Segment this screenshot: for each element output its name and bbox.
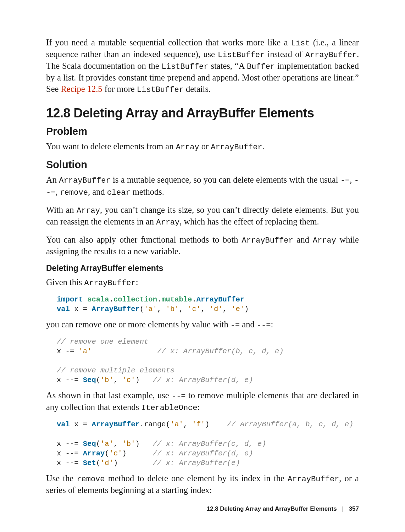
code-iterableonce: IterableOnce bbox=[141, 404, 197, 412]
text: : bbox=[136, 277, 138, 287]
code-arraybuffer: ArrayBuffer bbox=[288, 475, 339, 484]
footer-separator: | bbox=[338, 505, 347, 512]
code-array: Array bbox=[176, 143, 199, 152]
solution-paragraph-3: You can also apply other functional meth… bbox=[46, 234, 359, 257]
code-listbuffer-3: ListBuffer bbox=[137, 85, 184, 94]
code-minus-equal: -= bbox=[340, 176, 350, 185]
text: methods. bbox=[131, 187, 164, 196]
page-number: 357 bbox=[349, 505, 359, 512]
code-arraybuffer: ArrayBuffer bbox=[84, 279, 136, 288]
code-arraybuffer: ArrayBuffer bbox=[59, 176, 110, 185]
text: : bbox=[198, 402, 200, 412]
given-paragraph: Given this ArrayBuffer: bbox=[46, 277, 359, 288]
code-buffer: Buffer bbox=[247, 62, 275, 71]
intro-paragraph: If you need a mutable sequential collect… bbox=[46, 37, 359, 95]
text: Use the bbox=[46, 473, 77, 483]
code-block-3: val x = ArrayBuffer.range('a', 'f') // A… bbox=[57, 420, 359, 467]
code-block-2: // remove one element x -= 'a' // x: Arr… bbox=[57, 337, 359, 385]
remove-by-value-paragraph: you can remove one or more elements by v… bbox=[46, 319, 359, 331]
solution-paragraph-1: An ArrayBuffer is a mutable sequence, so… bbox=[46, 174, 359, 198]
text: With an bbox=[46, 205, 77, 215]
text: You can also apply other functional meth… bbox=[46, 235, 242, 244]
text: and bbox=[240, 320, 257, 329]
section-title: 12.8 Deleting Array and ArrayBuffer Elem… bbox=[46, 106, 359, 121]
page: If you need a mutable sequential collect… bbox=[0, 0, 405, 532]
text: states, “A bbox=[209, 61, 247, 71]
code-minusminus-equal: --= bbox=[257, 321, 271, 330]
footer-section-title: 12.8 Deleting Array and ArrayBuffer Elem… bbox=[207, 505, 337, 512]
code-clear: clear bbox=[107, 188, 131, 197]
text: , which has the effect of replacing them… bbox=[179, 217, 319, 226]
text: Given this bbox=[46, 277, 84, 287]
text: and bbox=[293, 235, 313, 244]
page-footer: 12.8 Deleting Array and ArrayBuffer Elem… bbox=[207, 505, 359, 512]
text: details. bbox=[184, 84, 211, 94]
remove-method-paragraph: Use the remove method to delete one elem… bbox=[46, 473, 359, 496]
text: , and bbox=[88, 187, 107, 196]
text: , bbox=[350, 175, 354, 184]
code-arraybuffer: ArrayBuffer bbox=[211, 143, 262, 152]
text: instead of bbox=[265, 49, 305, 59]
text: you can remove one or more elements by v… bbox=[46, 320, 231, 329]
code-array: Array bbox=[77, 206, 100, 215]
text: is a mutable sequence, so you can delete… bbox=[111, 175, 340, 184]
text: , bbox=[55, 187, 60, 196]
text: . bbox=[262, 142, 265, 151]
code-minus-equal: -= bbox=[231, 321, 240, 330]
iterableonce-paragraph: As shown in that last example, use --= t… bbox=[46, 390, 359, 413]
code-listbuffer-2: ListBuffer bbox=[162, 62, 209, 71]
code-block-1: import scala.collection.mutable.ArrayBuf… bbox=[57, 295, 359, 314]
text: for more bbox=[102, 84, 137, 94]
text: If you need a mutable sequential collect… bbox=[46, 38, 291, 47]
solution-paragraph-2: With an Array, you can’t change its size… bbox=[46, 204, 359, 228]
deleting-arraybuffer-heading: Deleting ArrayBuffer elements bbox=[46, 264, 359, 273]
text: An bbox=[46, 175, 59, 184]
code-remove: remove bbox=[60, 188, 88, 197]
code-arraybuffer: ArrayBuffer bbox=[242, 236, 293, 245]
footer-rule bbox=[46, 498, 359, 498]
recipe-link[interactable]: Recipe 12.5 bbox=[61, 84, 102, 94]
code-list: List bbox=[291, 39, 310, 48]
text: or bbox=[199, 142, 211, 151]
code-listbuffer: ListBuffer bbox=[218, 51, 265, 60]
code-remove: remove bbox=[77, 475, 105, 484]
text: You want to delete elements from an bbox=[46, 142, 176, 151]
problem-paragraph: You want to delete elements from an Arra… bbox=[46, 141, 359, 153]
code-arraybuffer: ArrayBuffer bbox=[305, 51, 357, 60]
code-array: Array bbox=[313, 236, 336, 245]
problem-heading: Problem bbox=[46, 126, 359, 137]
text: As shown in that last example, use bbox=[46, 390, 172, 400]
code-minusminus-equal: --= bbox=[172, 392, 186, 401]
solution-heading: Solution bbox=[46, 159, 359, 171]
code-array: Array bbox=[156, 218, 179, 227]
text: : bbox=[271, 320, 273, 329]
text: method to delete one element by its inde… bbox=[105, 473, 288, 483]
